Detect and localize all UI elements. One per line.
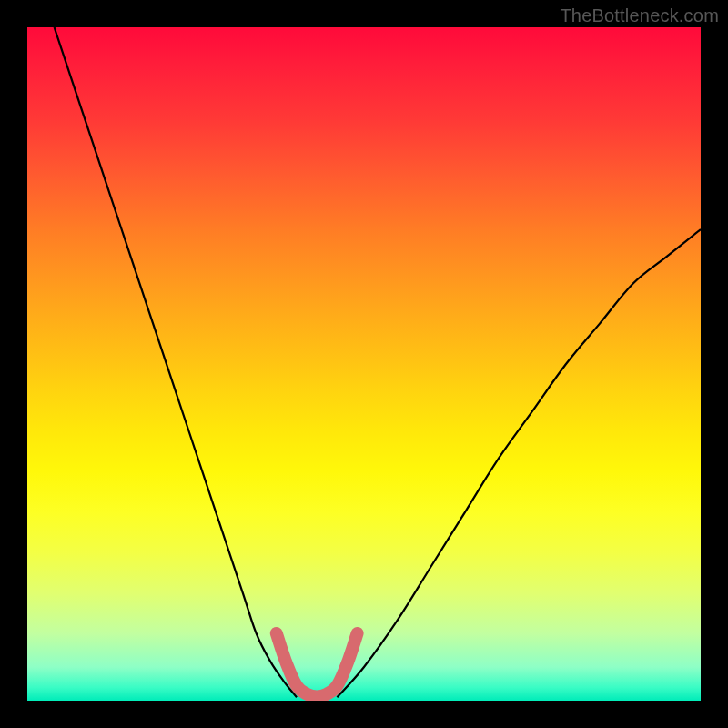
watermark-text: TheBottleneck.com bbox=[560, 5, 719, 26]
plot-area bbox=[27, 27, 701, 701]
curve-right-branch bbox=[337, 229, 701, 697]
curve-left-branch bbox=[55, 27, 297, 697]
chart-stage: TheBottleneck.com bbox=[0, 0, 728, 728]
curve-layer bbox=[27, 27, 701, 701]
